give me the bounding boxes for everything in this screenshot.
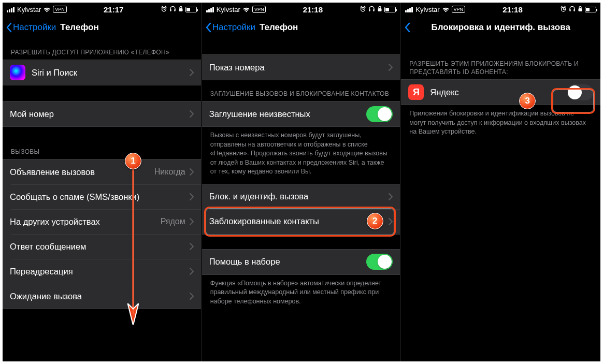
section-header-calls: ВЫЗОВЫ — [3, 127, 201, 159]
row-call-waiting[interactable]: Ожидание вызова — [3, 284, 201, 309]
phone-screen-2: Kyivstar VPN 21:18 Настройки Телефон Пок… — [202, 3, 401, 361]
svg-rect-18 — [405, 10, 407, 12]
headphones-icon — [569, 6, 576, 13]
yandex-icon: Я — [408, 84, 424, 100]
nav-bar: Настройки Телефон — [202, 16, 400, 39]
row-siri-search[interactable]: Siri и Поиск — [3, 60, 201, 85]
lock-icon — [578, 6, 583, 13]
row-label: Ответ сообщением — [10, 242, 190, 252]
arrow-down-icon — [127, 169, 142, 325]
wifi-icon — [442, 7, 450, 12]
phone-screen-1: Kyivstar VPN 21:17 Настройки Телефон РАЗ… — [3, 3, 202, 361]
svg-rect-5 — [170, 9, 171, 11]
row-other-devices[interactable]: На других устройствах Рядом — [3, 209, 201, 234]
toggle-dial-assist[interactable] — [366, 254, 393, 270]
chevron-right-icon — [190, 243, 194, 250]
tutorial-composite: Kyivstar VPN 21:17 Настройки Телефон РАЗ… — [0, 0, 603, 364]
row-spam-report[interactable]: Сообщать о спаме (SMS/звонки) — [3, 184, 201, 209]
chevron-left-icon — [6, 22, 12, 33]
svg-rect-20 — [409, 8, 411, 12]
row-label: Заглушение неизвестных — [209, 109, 367, 119]
svg-rect-15 — [369, 9, 370, 11]
svg-rect-7 — [179, 8, 182, 11]
chevron-right-icon — [389, 64, 393, 71]
page-title: Телефон — [260, 22, 298, 33]
row-announce-calls[interactable]: Объявление вызовов Никогда — [3, 159, 201, 184]
vpn-badge: VPN — [252, 6, 266, 13]
toggle-silence-unknown[interactable] — [366, 106, 393, 122]
svg-rect-19 — [407, 9, 409, 12]
chevron-right-icon — [389, 193, 393, 200]
row-label: Переадресация — [10, 267, 190, 276]
status-time: 21:18 — [465, 5, 560, 14]
chevron-right-icon — [190, 293, 194, 300]
page-title: Блокировка и идентиф. вызова — [401, 22, 600, 33]
alarm-icon — [161, 6, 167, 13]
chevron-right-icon — [389, 218, 393, 225]
signal-icon — [7, 7, 15, 12]
nav-bar: Блокировка и идентиф. вызова — [401, 16, 600, 39]
chevron-right-icon — [190, 110, 194, 118]
status-bar: Kyivstar VPN 21:18 — [401, 3, 600, 16]
battery-icon — [384, 7, 396, 12]
svg-rect-3 — [13, 7, 15, 12]
row-silence-unknown[interactable]: Заглушение неизвестных — [202, 101, 400, 126]
battery-icon — [585, 7, 596, 12]
svg-rect-11 — [208, 9, 210, 12]
footer-apps: Приложения блокировки и идентификации вы… — [401, 105, 600, 139]
carrier-label: Kyivstar — [217, 6, 240, 13]
svg-rect-25 — [579, 8, 582, 11]
status-bar: Kyivstar VPN 21:18 — [202, 3, 400, 16]
svg-rect-12 — [210, 8, 212, 12]
chevron-left-icon — [205, 22, 211, 33]
svg-rect-23 — [569, 9, 570, 11]
chevron-right-icon — [190, 168, 194, 176]
lock-icon — [377, 6, 382, 13]
nav-bar: Настройки Телефон — [3, 16, 201, 39]
chevron-right-icon — [190, 193, 194, 200]
row-reply-message[interactable]: Ответ сообщением — [3, 234, 201, 259]
vpn-badge: VPN — [452, 6, 466, 13]
signal-icon — [405, 7, 413, 12]
row-value: Рядом — [161, 217, 185, 226]
row-label: Siri и Поиск — [32, 68, 174, 78]
status-time: 21:17 — [67, 5, 161, 14]
battery-icon — [185, 7, 197, 12]
headphones-icon — [169, 6, 176, 13]
section-header-allow-apps: РАЗРЕШИТЬ ЭТИМ ПРИЛОЖЕНИЯМ БЛОКИРОВАТЬ И… — [401, 39, 600, 79]
phone-screen-3: Kyivstar VPN 21:18 Блокировка и идентиф.… — [401, 3, 600, 361]
toggle-yandex[interactable] — [567, 84, 593, 100]
alarm-icon — [360, 6, 366, 13]
row-label: Заблокированные контакты — [209, 216, 389, 226]
svg-rect-21 — [411, 7, 413, 12]
row-label: Блок. и идентиф. вызова — [209, 192, 389, 201]
row-my-number[interactable]: Мой номер — [3, 101, 201, 126]
row-yandex-app[interactable]: Я Яндекс — [401, 80, 600, 105]
lock-icon — [178, 6, 183, 13]
status-time: 21:18 — [266, 5, 360, 14]
svg-rect-0 — [7, 10, 8, 12]
row-value: Никогда — [154, 167, 185, 177]
section-header-silence: ЗАГЛУШЕНИЕ ВЫЗОВОВ И БЛОКИРОВАНИЕ КОНТАК… — [202, 80, 400, 101]
svg-rect-1 — [9, 9, 10, 12]
back-button[interactable]: Настройки — [3, 22, 56, 33]
row-show-number[interactable]: Показ номера — [202, 55, 400, 80]
row-call-blocking-id[interactable]: Блок. и идентиф. вызова — [202, 184, 400, 209]
page-title: Телефон — [60, 22, 98, 33]
headphones-icon — [368, 6, 375, 13]
svg-rect-13 — [212, 7, 214, 12]
callout-marker-2: 2 — [367, 213, 383, 229]
chevron-right-icon — [190, 69, 194, 76]
row-label: Помощь в наборе — [209, 257, 367, 267]
callout-marker-1: 1 — [125, 153, 141, 169]
back-label: Настройки — [212, 22, 255, 33]
back-label: Настройки — [13, 22, 56, 33]
row-dial-assist[interactable]: Помощь в наборе — [202, 250, 400, 274]
back-button[interactable]: Настройки — [202, 22, 255, 33]
footer-assist: Функция «Помощь в наборе» автоматически … — [202, 275, 400, 309]
signal-icon — [206, 7, 214, 12]
row-call-forwarding[interactable]: Переадресация — [3, 259, 201, 284]
row-label: Яндекс — [430, 88, 567, 97]
svg-rect-2 — [11, 8, 12, 12]
carrier-label: Kyivstar — [17, 6, 41, 13]
